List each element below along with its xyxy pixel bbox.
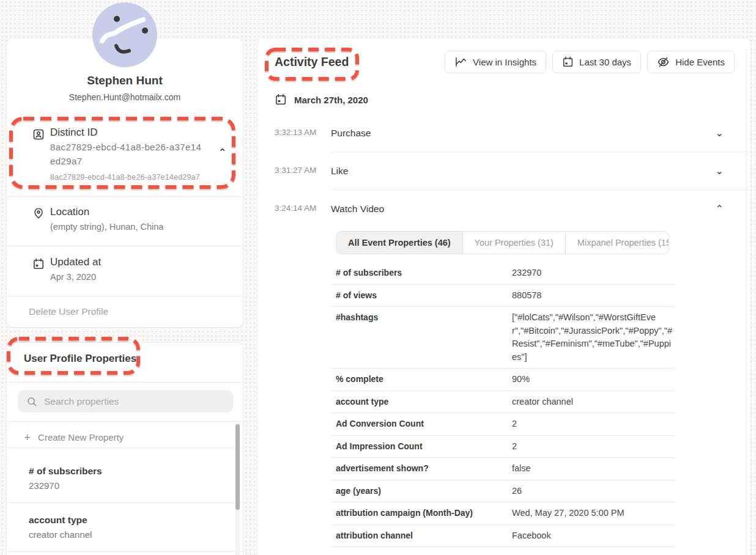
event-row[interactable]: 3:32:13 AM Purchase	[258, 114, 750, 152]
event-row[interactable]: 3:31:27 AM Like	[258, 152, 750, 190]
property-value: ["#lolCats","#Wilson","#WorstGiftEver","…	[512, 311, 675, 364]
distinct-id-label: Distinct ID	[50, 127, 97, 139]
view-in-insights-button[interactable]: View in Insights	[445, 51, 546, 73]
distinct-id-value-small: 8ac27829-ebcd-41a8-be26-a37e14ed29a7	[50, 173, 200, 182]
property-name: account type	[29, 515, 212, 526]
divider	[7, 382, 243, 383]
user-profile-properties-card: User Profile Properties + Create New Pro…	[6, 342, 243, 555]
calendar-icon	[275, 94, 287, 106]
event-row[interactable]: 3:24:14 AM Watch Video	[258, 190, 750, 227]
table-row: # of views 880578	[331, 285, 675, 307]
property-key: # of views	[336, 289, 512, 303]
table-row: Ad Conversion Count 2	[331, 413, 675, 436]
divider	[7, 447, 243, 448]
event-time: 3:32:13 AM	[275, 114, 331, 152]
property-key: % complete	[336, 373, 512, 386]
property-key: Ad Impression Count	[336, 440, 512, 454]
scrollbar-track[interactable]	[746, 48, 747, 555]
property-value: false	[512, 462, 675, 476]
property-key: age (years)	[336, 485, 512, 498]
property-value: 232970	[512, 266, 675, 280]
user-email: Stephen.Hunt@hotmailx.com	[7, 92, 243, 102]
activity-feed-card: Activity Feed View in Insights Last 30 d…	[257, 38, 751, 555]
property-value: 26	[512, 485, 675, 498]
activity-feed-title: Activity Feed	[275, 51, 349, 69]
event-detail-panel: All Event Properties (46) Your Propertie…	[331, 231, 675, 547]
table-row: Ad Impression Count 2	[331, 436, 675, 458]
delete-user-profile-button[interactable]: Delete User Profile	[29, 306, 108, 317]
divider	[7, 246, 243, 246]
scrollbar-thumb[interactable]	[235, 424, 240, 510]
event-name: Watch Video	[331, 204, 384, 215]
event-properties-tabs: All Event Properties (46) Your Propertie…	[336, 231, 669, 254]
location-pin-icon	[32, 207, 45, 219]
search-properties-input[interactable]	[44, 396, 224, 407]
date-range-button[interactable]: Last 30 days	[552, 51, 641, 73]
property-value: 2	[512, 417, 675, 431]
property-key: attribution channel	[336, 529, 512, 543]
chevron-icon[interactable]	[716, 127, 724, 139]
chevron-up-icon[interactable]: ⌃	[218, 146, 227, 160]
divider	[7, 502, 243, 503]
property-key: advertisement shown?	[336, 462, 512, 476]
user-avatar	[92, 2, 157, 67]
property-value: 232970	[29, 480, 212, 491]
tab-all-event-properties[interactable]: All Event Properties (46)	[336, 232, 463, 254]
line-chart-icon	[454, 56, 467, 68]
event-list: 3:32:13 AM Purchase 3:31:27 AM Like 3:24…	[258, 114, 750, 227]
date-range-label: Last 30 days	[579, 57, 631, 67]
user-profile-properties-title: User Profile Properties	[24, 353, 136, 365]
search-properties-box[interactable]	[18, 390, 233, 413]
divider	[7, 196, 243, 197]
distinct-id-value: 8ac27829-ebcd-41a8-be26-a37e14ed29a7	[50, 140, 204, 168]
search-icon	[26, 396, 37, 407]
divider	[7, 421, 243, 422]
property-key: # of subscribers	[336, 266, 512, 280]
plus-icon: +	[24, 433, 31, 442]
table-row: account type creator channel	[331, 391, 675, 414]
property-key: #hashtags	[336, 311, 512, 364]
tab-mixpanel-properties[interactable]: Mixpanel Properties (15)	[566, 232, 669, 254]
create-new-property-button[interactable]: + Create New Property	[24, 432, 124, 443]
property-value: Facebook	[512, 529, 675, 543]
list-item[interactable]: account type creator channel	[29, 515, 212, 540]
event-time: 3:24:14 AM	[275, 190, 331, 227]
calendar-icon	[32, 258, 45, 270]
hide-events-label: Hide Events	[675, 57, 725, 67]
updated-at-value: Apr 3, 2020	[50, 272, 96, 282]
table-row: # of subscribers 232970	[331, 262, 675, 285]
property-value: creator channel	[29, 529, 212, 540]
property-value: 880578	[512, 289, 675, 303]
property-name: # of subscribers	[29, 466, 212, 477]
event-time: 3:31:27 AM	[275, 152, 331, 190]
updated-at-label: Updated at	[50, 256, 101, 268]
hide-events-button[interactable]: Hide Events	[647, 51, 735, 73]
user-name: Stephen Hunt	[7, 74, 243, 87]
list-item[interactable]: # of subscribers 232970	[29, 466, 212, 491]
id-badge-icon	[32, 128, 45, 141]
event-properties-table: # of subscribers 232970 # of views 88057…	[331, 262, 675, 547]
tab-your-properties[interactable]: Your Properties (31)	[463, 232, 566, 254]
divider	[7, 296, 243, 296]
view-in-insights-label: View in Insights	[473, 57, 536, 67]
table-row: attribution channel Facebook	[331, 525, 675, 548]
chevron-icon[interactable]	[716, 165, 724, 177]
chevron-icon[interactable]	[716, 203, 724, 215]
property-value: creator channel	[512, 395, 675, 409]
eye-off-icon	[657, 56, 670, 68]
property-value: 90%	[512, 373, 675, 386]
property-key: account type	[336, 395, 512, 409]
table-row: % complete 90%	[331, 369, 675, 391]
table-row: attribution campaign (Month-Day) Wed, Ma…	[331, 502, 675, 525]
property-value: 2	[512, 440, 675, 454]
user-profile-card: Stephen Hunt Stephen.Hunt@hotmailx.com D…	[6, 38, 243, 328]
event-name: Like	[331, 166, 348, 177]
location-label: Location	[50, 206, 89, 218]
property-key: Ad Conversion Count	[336, 417, 512, 431]
divider	[7, 551, 243, 552]
event-name: Purchase	[331, 128, 371, 139]
table-row: advertisement shown? false	[331, 458, 675, 480]
calendar-icon	[562, 56, 574, 68]
table-row: #hashtags ["#lolCats","#Wilson","#WorstG…	[331, 307, 675, 369]
create-new-property-label: Create New Property	[38, 432, 124, 443]
